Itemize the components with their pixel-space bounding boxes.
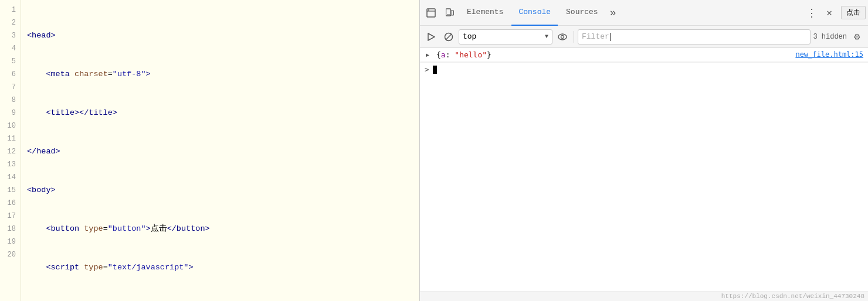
block-button[interactable]: [441, 29, 456, 45]
svg-line-8: [446, 34, 452, 40]
line-numbers: 12345 678910 1112131415 1617181920: [0, 0, 21, 301]
devtools-menu-icon[interactable]: ⋮: [803, 5, 820, 21]
console-cursor: [433, 66, 437, 74]
console-prompt-icon: >: [425, 65, 429, 74]
tab-console[interactable]: Console: [511, 0, 558, 26]
console-log-entry: ▶ {a: "hello"} new_file.html:15: [420, 48, 868, 62]
svg-rect-4: [451, 11, 454, 15]
filter-cursor: [610, 33, 611, 41]
stamp-button[interactable]: 点击: [841, 6, 866, 19]
eye-button[interactable]: [555, 29, 570, 45]
tab-sources[interactable]: Sources: [559, 0, 605, 26]
code-content: <head> <meta charset="utf-8"> <title></t…: [21, 0, 419, 301]
svg-rect-0: [427, 9, 435, 17]
csdn-link[interactable]: https://blog.csdn.net/weixin_44730248: [721, 293, 864, 300]
devtools-bottom-bar: https://blog.csdn.net/weixin_44730248: [420, 291, 868, 301]
filter-input[interactable]: Filter: [578, 29, 811, 45]
devtools-close-button[interactable]: ✕: [821, 5, 838, 21]
devtools-topbar: Elements Console Sources » ⋮ ✕ 点击: [420, 0, 868, 26]
tab-elements[interactable]: Elements: [460, 0, 510, 26]
file-reference-link[interactable]: new_file.html:15: [795, 50, 863, 59]
console-settings-icon[interactable]: ⚙: [849, 29, 864, 45]
console-input-line[interactable]: >: [420, 62, 868, 76]
toolbar-separator: [574, 31, 574, 43]
code-editor: 12345 678910 1112131415 1617181920 <head…: [0, 0, 419, 301]
svg-marker-6: [428, 33, 435, 40]
console-output: ▶ {a: "hello"} new_file.html:15 >: [420, 48, 868, 291]
svg-point-9: [558, 34, 567, 40]
more-tabs-button[interactable]: »: [606, 0, 620, 26]
dropdown-arrow-icon: ▼: [545, 33, 548, 40]
inspect-icon[interactable]: [422, 4, 440, 22]
context-dropdown[interactable]: top ▼: [459, 29, 552, 45]
hidden-count-badge: 3 hidden: [813, 33, 847, 41]
console-log-text: {a: "hello"}: [436, 50, 795, 59]
device-icon[interactable]: [441, 4, 459, 22]
console-toolbar: top ▼ Filter 3 hidden ⚙: [420, 26, 868, 48]
devtools-panel: Elements Console Sources » ⋮ ✕ 点击: [419, 0, 868, 301]
expand-triangle-icon[interactable]: ▶: [426, 52, 429, 58]
svg-point-10: [561, 35, 564, 38]
execute-button[interactable]: [423, 29, 439, 45]
